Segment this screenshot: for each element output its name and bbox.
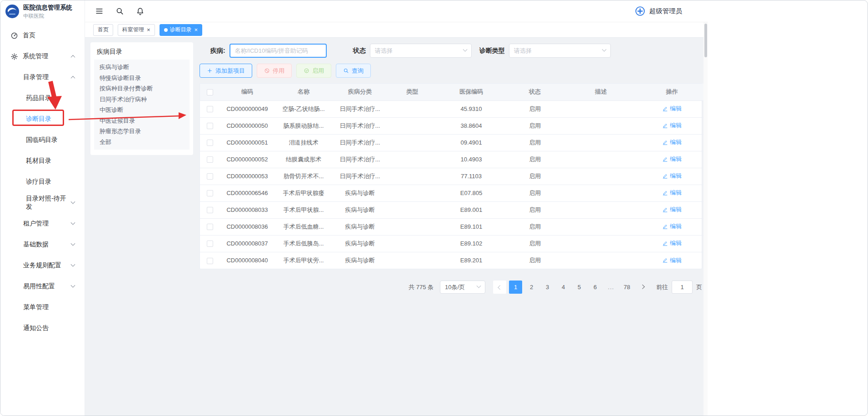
column-header: 医保编码 [437, 84, 505, 100]
pager-page-5[interactable]: 5 [573, 281, 586, 294]
pager-page-1[interactable]: 1 [509, 281, 522, 294]
cell-name: 手术后低胰岛... [274, 235, 333, 252]
sidebar-item-9[interactable]: 租户管理 [0, 213, 85, 234]
sidebar-item-13[interactable]: 菜单管理 [0, 297, 85, 318]
table-row: CD0000008037 手术后低胰岛... 疾病与诊断 E89.102 启用 … [200, 235, 707, 252]
sidebar-item-0[interactable]: 首页 [0, 25, 85, 46]
cell-description [564, 185, 637, 201]
tab-2[interactable]: 诊断目录 × [160, 24, 203, 36]
collapse-menu-icon[interactable] [95, 7, 104, 15]
cell-code: CD0000008040 [220, 252, 274, 269]
diagnosis-table: 编码名称疾病分类类型医保编码状态描述操作 CD0000000049 空肠-乙状结… [200, 83, 702, 269]
next-page-button[interactable] [636, 281, 649, 294]
sidebar-item-6[interactable]: 耗材目录 [0, 150, 85, 171]
sidebar-item-3[interactable]: 药品目录 [0, 88, 85, 109]
goto-page-input[interactable] [672, 281, 693, 294]
sidebar-item-11[interactable]: 业务规则配置 [0, 255, 85, 276]
cell-status: 启用 [505, 168, 564, 185]
cell-category: 日间手术治疗... [333, 151, 387, 168]
status-filter-label: 状态 [353, 47, 366, 55]
sidebar-item-8[interactable]: 目录对照-待开发 [0, 192, 85, 213]
pager-page-2[interactable]: 2 [525, 281, 538, 294]
cell-type [387, 151, 437, 168]
pager-page-3[interactable]: 3 [541, 281, 554, 294]
catalog-item[interactable]: 日间手术治疗病种 [100, 94, 184, 105]
cell-category: 疾病与诊断 [333, 201, 387, 218]
cell-description [564, 100, 637, 117]
row-checkbox[interactable] [207, 173, 213, 180]
select-all-checkbox[interactable] [207, 89, 213, 95]
row-checkbox[interactable] [207, 224, 213, 230]
row-checkbox[interactable] [207, 258, 213, 264]
close-tab-icon[interactable]: × [147, 27, 150, 33]
cell-description [564, 218, 637, 235]
sidebar-item-12[interactable]: 易用性配置 [0, 276, 85, 297]
content-area: 疾病目录 疾病与诊断特慢病诊断目录按病种目录付费诊断日间手术治疗病种中医诊断中医… [85, 38, 708, 416]
edit-link[interactable]: 编辑 [662, 189, 682, 197]
row-checkbox[interactable] [207, 123, 213, 129]
diagnosis-type-select[interactable]: 请选择 [509, 44, 611, 58]
chevron-down-icon [71, 220, 75, 225]
edit-link[interactable]: 编辑 [662, 172, 682, 180]
cell-code: CD0000008036 [220, 218, 274, 235]
disease-search-input[interactable] [229, 44, 327, 58]
pager-page-78[interactable]: 78 [620, 281, 634, 294]
close-tab-icon[interactable]: × [195, 27, 198, 33]
add-item-button[interactable]: 添加新项目 [200, 64, 252, 78]
cell-type [387, 201, 437, 218]
status-select[interactable]: 请选择 [370, 44, 472, 58]
cell-type [387, 134, 437, 151]
sidebar-item-4[interactable]: 诊断目录 [0, 109, 85, 130]
cell-name: 肠系膜动脉结... [274, 117, 333, 134]
sidebar-item-7[interactable]: 诊疗目录 [0, 171, 85, 192]
sidebar-item-1[interactable]: 系统管理 [0, 46, 85, 67]
page-size-select[interactable]: 10条/页 [440, 281, 485, 294]
chevron-down-icon [602, 47, 606, 52]
catalog-item[interactable]: 肿瘤形态学目录 [100, 126, 184, 137]
pager-page-4[interactable]: 4 [557, 281, 570, 294]
edit-icon [662, 123, 668, 129]
tab-1[interactable]: 科室管理 × [118, 24, 155, 36]
tab-0[interactable]: 首页 [93, 24, 113, 36]
edit-link[interactable]: 编辑 [662, 105, 682, 113]
search-icon[interactable] [115, 7, 124, 15]
edit-link[interactable]: 编辑 [662, 222, 682, 231]
user-menu[interactable]: 超级管理员 [634, 5, 683, 17]
sidebar-item-5[interactable]: 国临码目录 [0, 130, 85, 150]
cell-description [564, 151, 637, 168]
row-checkbox[interactable] [207, 106, 213, 112]
enable-button[interactable]: 启用 [296, 64, 331, 78]
edit-link[interactable]: 编辑 [662, 155, 682, 163]
edit-link[interactable]: 编辑 [662, 121, 682, 130]
row-checkbox[interactable] [207, 140, 213, 146]
catalog-item[interactable]: 中医诊断 [100, 105, 184, 115]
catalog-item[interactable]: 按病种目录付费诊断 [100, 83, 184, 94]
row-checkbox[interactable] [207, 207, 213, 213]
edit-link[interactable]: 编辑 [662, 239, 682, 247]
sidebar-item-14[interactable]: 通知公告 [0, 318, 85, 339]
catalog-item[interactable]: 特慢病诊断目录 [100, 73, 184, 84]
cell-description [564, 168, 637, 185]
prev-page-button[interactable] [493, 281, 506, 294]
cell-status: 启用 [505, 117, 564, 134]
cell-description [564, 252, 637, 269]
pager-more[interactable]: ... [604, 281, 618, 294]
sidebar-item-2[interactable]: 目录管理 [0, 67, 85, 88]
sidebar-item-10[interactable]: 基础数据 [0, 234, 85, 255]
row-checkbox[interactable] [207, 190, 213, 196]
disable-button[interactable]: 停用 [257, 64, 292, 78]
catalog-item[interactable]: 中医证候目录 [100, 115, 184, 126]
edit-link[interactable]: 编辑 [662, 138, 682, 146]
pager-page-6[interactable]: 6 [589, 281, 602, 294]
scrollbar-thumb[interactable] [704, 24, 707, 57]
edit-link[interactable]: 编辑 [662, 256, 682, 265]
catalog-item[interactable]: 全部 [100, 137, 184, 148]
cell-name: 肋骨切开术不... [274, 168, 333, 185]
row-checkbox[interactable] [207, 241, 213, 247]
edit-link[interactable]: 编辑 [662, 205, 682, 214]
catalog-item[interactable]: 疾病与诊断 [100, 62, 184, 73]
query-button[interactable]: 查询 [336, 64, 371, 78]
bell-icon[interactable] [136, 7, 145, 15]
chevron-down-icon [463, 47, 467, 52]
row-checkbox[interactable] [207, 156, 213, 163]
